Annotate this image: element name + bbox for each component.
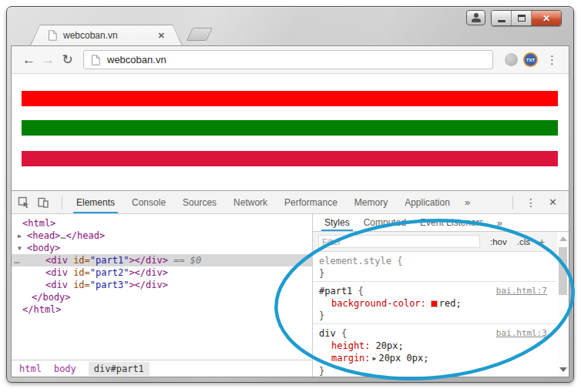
close-window-button[interactable]: ✕ bbox=[532, 11, 561, 25]
tab-performance[interactable]: Performance bbox=[276, 191, 346, 213]
tab-styles[interactable]: Styles bbox=[317, 214, 357, 231]
scrollbar-thumb[interactable] bbox=[559, 247, 567, 295]
attr-name: id= bbox=[73, 280, 90, 290]
color-swatch[interactable] bbox=[431, 300, 438, 307]
extension-icon[interactable]: TXT bbox=[523, 52, 538, 67]
property-name: margin: bbox=[331, 353, 371, 364]
toggle-hover-state-button[interactable]: :hov bbox=[490, 237, 507, 246]
page-icon bbox=[91, 55, 100, 65]
selector-text: #part1 bbox=[319, 286, 352, 297]
page-icon bbox=[48, 30, 57, 41]
tag-text: ></div> bbox=[129, 255, 168, 266]
tree-node-body-close[interactable]: </body> bbox=[12, 291, 312, 303]
maximize-icon bbox=[518, 15, 526, 22]
tab-computed[interactable]: Computed bbox=[357, 214, 413, 231]
browser-tab-inner: webcoban.vn ✕ bbox=[31, 25, 182, 45]
collapse-arrow-icon[interactable]: ▼ bbox=[18, 243, 27, 255]
tab-console[interactable]: Console bbox=[123, 191, 174, 213]
close-icon: ✕ bbox=[542, 13, 550, 24]
rule-div[interactable]: div { bai.html:3 height:20px; margin:▶20… bbox=[313, 324, 556, 377]
styles-scrollbar[interactable] bbox=[557, 233, 569, 377]
address-bar[interactable]: webcoban.vn bbox=[83, 50, 493, 69]
tab-application[interactable]: Application bbox=[396, 191, 458, 213]
reload-button[interactable]: ↻ bbox=[58, 53, 77, 66]
tab-elements[interactable]: Elements bbox=[68, 191, 123, 213]
tab-sources[interactable]: Sources bbox=[174, 191, 225, 213]
tag-text: ></div> bbox=[129, 280, 168, 290]
tree-node-html-close[interactable]: </html> bbox=[12, 303, 312, 316]
browser-menu-button[interactable]: ⋮ bbox=[543, 53, 561, 67]
attr-value: "part1" bbox=[90, 255, 129, 266]
back-button[interactable]: ← bbox=[19, 53, 39, 66]
source-link[interactable]: bai.html:3 bbox=[496, 327, 547, 340]
tree-node-body-open[interactable]: ▼<body> bbox=[12, 242, 312, 254]
tab-event-listeners[interactable]: Event Listeners bbox=[413, 214, 491, 231]
tree-node-html-open[interactable]: <html> bbox=[12, 217, 312, 230]
window-controls: ✕ bbox=[466, 10, 562, 26]
window-button-group: ✕ bbox=[491, 10, 562, 26]
breadcrumb-body[interactable]: body bbox=[54, 364, 76, 374]
breadcrumb-div-part1[interactable]: div#part1 bbox=[89, 362, 149, 376]
scroll-down-icon[interactable] bbox=[559, 367, 567, 372]
tag-text: <body> bbox=[27, 243, 60, 253]
rule-part1[interactable]: #part1 { bai.html:7 background-color:red… bbox=[313, 282, 556, 324]
toggle-classes-button[interactable]: .cls bbox=[517, 237, 530, 246]
tab-network[interactable]: Network bbox=[225, 191, 276, 213]
ellipsis-text: … bbox=[60, 230, 65, 241]
tree-node-div-part2[interactable]: <div id="part2"></div> bbox=[12, 266, 312, 279]
selector-text: div bbox=[319, 328, 336, 339]
overflow-dots-icon[interactable]: … bbox=[14, 254, 18, 266]
maximize-button[interactable] bbox=[512, 11, 532, 25]
tag-text: </body> bbox=[32, 292, 71, 303]
more-tabs-button[interactable]: » bbox=[458, 196, 476, 208]
tree-node-div-part3[interactable]: <div id="part3"></div> bbox=[12, 279, 312, 291]
css-property[interactable]: background-color:red; bbox=[319, 297, 550, 310]
tree-node-div-part1[interactable]: …<div id="part1"></div> == $0 bbox=[12, 254, 312, 266]
rule-element-style[interactable]: element.style { } bbox=[313, 252, 556, 282]
styles-filter-input[interactable] bbox=[318, 235, 480, 248]
more-tabs-button[interactable]: » bbox=[491, 217, 509, 229]
tag-text: </html> bbox=[22, 304, 62, 315]
profile-button[interactable] bbox=[466, 10, 485, 25]
breadcrumb-html[interactable]: html bbox=[19, 364, 42, 374]
forward-button[interactable]: → bbox=[39, 53, 58, 66]
closing-brace: } bbox=[319, 268, 324, 279]
new-style-rule-button[interactable]: + bbox=[539, 236, 545, 248]
selector-text: element.style { bbox=[319, 256, 402, 266]
minimize-icon bbox=[498, 20, 505, 22]
dom-tree: <html> ▶<head>…</head> ▼<body> …<div id=… bbox=[12, 214, 312, 360]
tab-memory[interactable]: Memory bbox=[346, 191, 396, 213]
tag-text: <head> bbox=[27, 230, 60, 241]
property-value: 20px 0px; bbox=[378, 353, 428, 364]
browser-window: ✕ webcoban.vn ✕ ← → ↻ webcoban.vn bbox=[6, 6, 574, 383]
new-tab-button[interactable] bbox=[186, 28, 213, 41]
css-property[interactable]: height:20px; bbox=[319, 340, 550, 352]
elements-panel: <html> ▶<head>…</head> ▼<body> …<div id=… bbox=[12, 214, 313, 377]
tab-close-button[interactable]: ✕ bbox=[158, 31, 165, 41]
opening-brace: { bbox=[336, 328, 347, 339]
inspect-element-icon[interactable] bbox=[18, 196, 30, 209]
devtools-tabs: Elements Console Sources Network Perform… bbox=[68, 191, 458, 213]
source-link[interactable]: bai.html:7 bbox=[496, 285, 547, 297]
property-name: height: bbox=[331, 340, 371, 351]
property-name: background-color: bbox=[331, 298, 426, 309]
window-content: ← → ↻ webcoban.vn TXT ⋮ bbox=[11, 45, 569, 377]
scroll-up-icon[interactable] bbox=[559, 236, 567, 241]
css-property[interactable]: margin:▶20px 0px; bbox=[319, 352, 550, 365]
minimize-button[interactable] bbox=[492, 11, 512, 25]
devtools-close-button[interactable]: ✕ bbox=[543, 196, 563, 208]
expand-shorthand-icon[interactable]: ▶ bbox=[373, 355, 377, 362]
browser-tab[interactable]: webcoban.vn ✕ bbox=[30, 25, 183, 45]
devtools-menu-button[interactable]: ⋮ bbox=[519, 196, 543, 209]
tree-node-head[interactable]: ▶<head>…</head> bbox=[12, 230, 312, 242]
div-part2-bar bbox=[22, 120, 558, 136]
selected-node-marker: == $0 bbox=[168, 255, 201, 266]
globe-icon[interactable] bbox=[505, 53, 518, 66]
webpage-viewport bbox=[12, 74, 569, 190]
expand-arrow-icon[interactable]: ▶ bbox=[18, 230, 27, 243]
device-toolbar-icon[interactable] bbox=[37, 196, 49, 209]
div-part3-bar bbox=[22, 151, 558, 166]
opening-brace: { bbox=[352, 286, 363, 297]
devtools-main: <html> ▶<head>…</head> ▼<body> …<div id=… bbox=[12, 214, 569, 377]
attr-value: "part3" bbox=[90, 280, 129, 290]
